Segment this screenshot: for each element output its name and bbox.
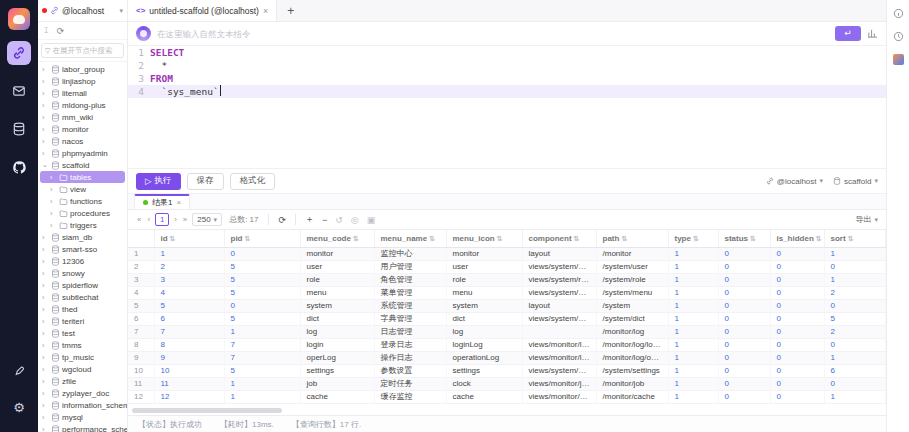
cell[interactable]: 系统管理 [374, 299, 446, 312]
chevron-icon[interactable]: › [42, 246, 49, 253]
chevron-icon[interactable]: › [50, 210, 57, 217]
tree-item-mldong-plus[interactable]: ›mldong-plus [38, 99, 127, 111]
current-page[interactable]: 1 [155, 213, 169, 226]
cell[interactable]: views/system/role [522, 273, 596, 286]
cell[interactable]: 0 [824, 260, 886, 273]
cell[interactable]: views/system/settings [522, 364, 596, 377]
cell[interactable]: 1 [668, 351, 718, 364]
tree-item-triggers[interactable]: ›triggers [38, 219, 127, 231]
cell[interactable]: 0 [718, 364, 770, 377]
chevron-icon[interactable]: › [42, 282, 49, 289]
tree-item-12306[interactable]: ›12306 [38, 255, 127, 267]
cell[interactable]: 定时任务 [374, 377, 446, 390]
cell[interactable]: 0 [224, 247, 300, 260]
connections-icon[interactable] [7, 41, 31, 65]
table-row[interactable]: 225user用户管理userviews/system/user/system/… [128, 260, 886, 273]
page-size-select[interactable]: 250▾ [192, 213, 222, 226]
tree-item-teriteri[interactable]: ›teriteri [38, 315, 127, 327]
tree-item-test[interactable]: ›test [38, 327, 127, 339]
cell[interactable]: 0 [770, 351, 824, 364]
cell[interactable]: 6 [154, 312, 224, 325]
cell[interactable]: 11 [154, 377, 224, 390]
tree-item-phpmyadmin[interactable]: ›phpmyadmin [38, 147, 127, 159]
cell[interactable]: 8 [154, 338, 224, 351]
table-row[interactable]: 11111job定时任务clockviews/monitor/job/monit… [128, 377, 886, 390]
chevron-icon[interactable]: › [42, 306, 49, 313]
cell[interactable]: 1 [668, 286, 718, 299]
cell[interactable]: 0 [718, 286, 770, 299]
chevron-icon[interactable]: › [42, 90, 49, 97]
cell[interactable]: 1 [224, 390, 300, 403]
table-row[interactable]: 887login登录日志loginLogviews/monitor/log/lo… [128, 338, 886, 351]
cell[interactable]: 1 [668, 312, 718, 325]
submit-changes-icon[interactable]: ▣ [365, 215, 378, 225]
tree-item-view[interactable]: ›view [38, 183, 127, 195]
cell[interactable]: /system/settings [596, 364, 668, 377]
tree-item-linjiashop[interactable]: ›linjiashop [38, 75, 127, 87]
chevron-icon[interactable]: › [42, 342, 49, 349]
cell[interactable]: 1 [668, 247, 718, 260]
col-header-sort[interactable]: sort⇅ [824, 230, 886, 247]
tree-item-nacos[interactable]: ›nacos [38, 135, 127, 147]
export-dropdown[interactable]: 导出▾ [855, 214, 878, 225]
chevron-icon[interactable]: › [42, 366, 49, 373]
editor-line-2[interactable]: 2 * [128, 59, 886, 72]
cell[interactable]: menu [446, 286, 522, 299]
editor-line-1[interactable]: 1SELECT [128, 46, 886, 59]
cell[interactable]: 日志管理 [374, 325, 446, 338]
cell[interactable]: 字典管理 [374, 312, 446, 325]
chevron-icon[interactable]: › [50, 174, 57, 181]
cell[interactable]: cache [300, 390, 374, 403]
editor-line-4[interactable]: 4 `sys_menu` [128, 85, 886, 98]
cell[interactable]: 用户管理 [374, 260, 446, 273]
col-header-menu_icon[interactable]: menu_icon⇅ [446, 230, 522, 247]
chevron-icon[interactable]: › [50, 186, 57, 193]
cell[interactable]: 3 [154, 273, 224, 286]
cell[interactable]: /monitor/log/operation [596, 351, 668, 364]
cell[interactable]: 2 [154, 260, 224, 273]
cell[interactable]: 0 [718, 260, 770, 273]
ai-nl-input[interactable] [157, 29, 829, 39]
cell[interactable]: 0 [770, 286, 824, 299]
tab-untitled-scaffold[interactable]: <> untitled-scaffold (@localhost) × [128, 0, 277, 21]
sql-editor[interactable]: 1SELECT2 *3FROM4 `sys_menu` [128, 46, 886, 168]
col-header-status[interactable]: status⇅ [718, 230, 770, 247]
cell[interactable]: 1 [668, 260, 718, 273]
tree-item-tmms[interactable]: ›tmms [38, 339, 127, 351]
chevron-icon[interactable]: › [50, 198, 57, 205]
cell[interactable]: loginLog [446, 338, 522, 351]
cell[interactable]: 1 [224, 325, 300, 338]
tree-item-mm_wiki[interactable]: ›mm_wiki [38, 111, 127, 123]
chevron-icon[interactable]: › [42, 234, 49, 241]
chevron-icon[interactable]: ⌄ [42, 161, 49, 169]
cell[interactable]: views/monitor/cache [522, 390, 596, 403]
cell[interactable]: 1 [668, 299, 718, 312]
cell[interactable]: 0 [824, 377, 886, 390]
table-row[interactable]: 550system系统管理systemlayout/system1000 [128, 299, 886, 312]
cell[interactable]: views/monitor/job [522, 377, 596, 390]
cell[interactable]: /monitor/log [596, 325, 668, 338]
tree-item-smart-sso[interactable]: ›smart-sso [38, 243, 127, 255]
tree-item-tables[interactable]: ›tables [40, 171, 125, 183]
cell[interactable]: 1 [224, 377, 300, 390]
chevron-icon[interactable]: › [42, 270, 49, 277]
cell[interactable]: 0 [718, 390, 770, 403]
table-row[interactable]: 997operLog操作日志operationLogviews/monitor/… [128, 351, 886, 364]
cell[interactable]: 0 [770, 377, 824, 390]
cell[interactable]: 0 [718, 299, 770, 312]
cell[interactable]: 0 [718, 325, 770, 338]
tree-item-litemall[interactable]: ›litemall [38, 87, 127, 99]
cell[interactable]: 0 [770, 325, 824, 338]
cell[interactable]: 0 [770, 299, 824, 312]
sort-icon[interactable]: ⇅ [497, 235, 503, 242]
chevron-icon[interactable]: › [42, 102, 49, 109]
tree-item-subtlechat[interactable]: ›subtlechat [38, 291, 127, 303]
tree-item-performance_schema[interactable]: ›performance_schema [38, 423, 127, 432]
cell[interactable]: 监控中心 [374, 247, 446, 260]
cell[interactable]: 1 [154, 247, 224, 260]
cell[interactable]: 0 [718, 338, 770, 351]
tree-item-scaffold[interactable]: ⌄scaffold [38, 159, 127, 171]
ai-submit-button[interactable]: ↵ [835, 26, 861, 41]
chevron-icon[interactable]: › [42, 150, 49, 157]
chevron-icon[interactable]: › [42, 330, 49, 337]
